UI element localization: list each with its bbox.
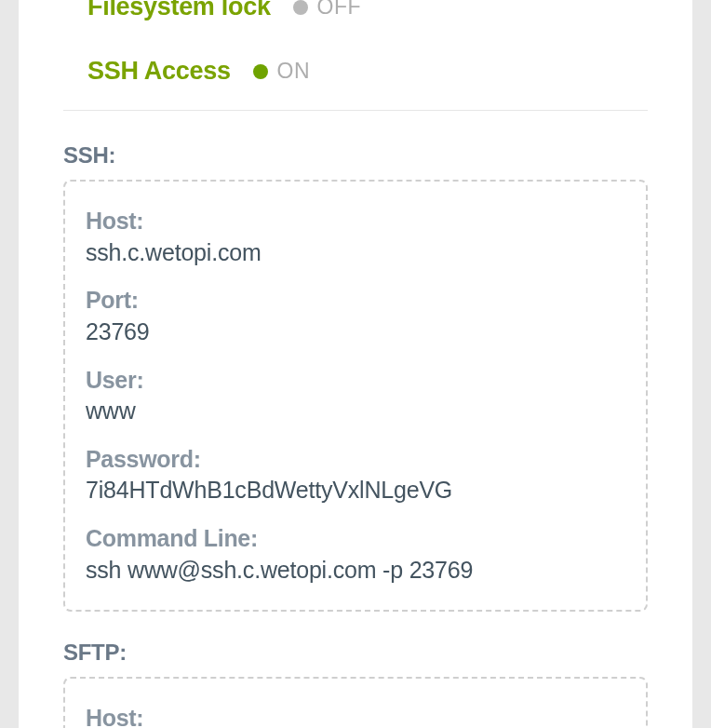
ssh-host-field: Host: ssh.c.wetopi.com [86, 206, 625, 268]
ssh-access-state: ON [277, 59, 311, 84]
status-dot-on-icon [253, 64, 268, 79]
ssh-user-value[interactable]: www [86, 396, 625, 427]
ssh-credentials-box: Host: ssh.c.wetopi.com Port: 23769 User:… [63, 180, 648, 612]
sftp-credentials-box: Host: ftp.c.wetopi.com [63, 677, 648, 728]
ssh-section-heading: SSH: [63, 142, 648, 169]
ssh-password-label: Password: [86, 444, 625, 475]
ssh-command-line-label: Command Line: [86, 523, 625, 554]
ssh-port-value[interactable]: 23769 [86, 317, 625, 348]
ssh-access-status: ON [253, 59, 311, 84]
divider [63, 110, 648, 111]
ssh-password-field: Password: 7i84HTdWhB1cBdWettyVxlNLgeVG [86, 444, 625, 506]
filesystem-lock-status: OFF [293, 0, 362, 20]
ssh-user-field: User: www [86, 365, 625, 427]
filesystem-lock-state: OFF [317, 0, 362, 20]
filesystem-lock-label: Filesystem lock [87, 0, 271, 21]
ssh-command-line-value[interactable]: ssh www@ssh.c.wetopi.com -p 23769 [86, 555, 625, 586]
ssh-port-label: Port: [86, 285, 625, 316]
ssh-access-label: SSH Access [87, 57, 231, 86]
ssh-access-toggle[interactable]: SSH Access ON [63, 49, 648, 102]
settings-panel: Filesystem lock OFF SSH Access ON SSH: H… [19, 0, 692, 728]
ssh-user-label: User: [86, 365, 625, 396]
page-background: Filesystem lock OFF SSH Access ON SSH: H… [0, 0, 711, 728]
ssh-host-value[interactable]: ssh.c.wetopi.com [86, 237, 625, 269]
toggles-section: Filesystem lock OFF SSH Access ON [63, 0, 648, 102]
sftp-section-heading: SFTP: [63, 640, 648, 666]
sftp-host-label: Host: [86, 703, 625, 728]
status-dot-off-icon [293, 0, 308, 15]
filesystem-lock-toggle[interactable]: Filesystem lock OFF [63, 0, 648, 49]
ssh-password-value[interactable]: 7i84HTdWhB1cBdWettyVxlNLgeVG [86, 475, 625, 506]
ssh-host-label: Host: [86, 206, 625, 236]
ssh-command-line-field: Command Line: ssh www@ssh.c.wetopi.com -… [86, 523, 625, 586]
ssh-port-field: Port: 23769 [86, 285, 625, 347]
sftp-host-field: Host: ftp.c.wetopi.com [86, 703, 625, 728]
